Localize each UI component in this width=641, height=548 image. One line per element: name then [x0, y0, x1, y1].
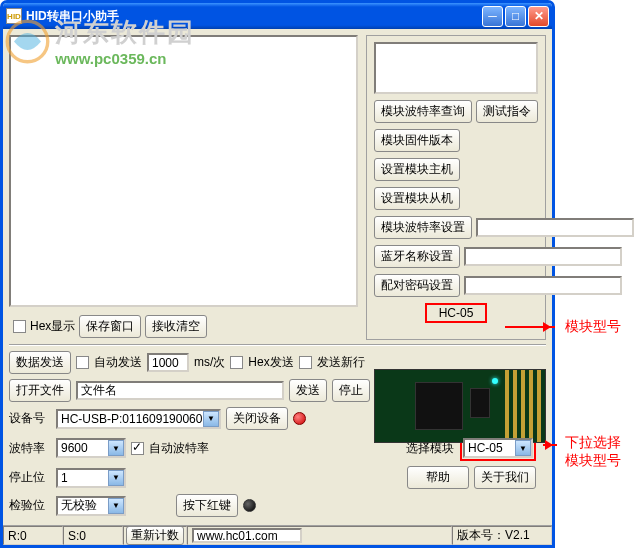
receive-textarea[interactable]: [9, 35, 358, 307]
send-newline-label: 发送新行: [317, 354, 365, 371]
chevron-down-icon: ▼: [108, 470, 124, 486]
interval-input[interactable]: [147, 353, 189, 372]
send-newline-checkbox[interactable]: [299, 356, 312, 369]
minimize-button[interactable]: ─: [482, 6, 503, 27]
baud-set-input[interactable]: [476, 218, 634, 237]
test-cmd-button[interactable]: 测试指令: [476, 100, 538, 123]
baud-combo[interactable]: 9600 ▼: [56, 438, 126, 458]
auto-baud-checkbox[interactable]: [131, 442, 144, 455]
baud-combo-value: 9600: [61, 441, 88, 455]
maximize-button[interactable]: □: [505, 6, 526, 27]
annotation-dropdown-label1: 下拉选择: [565, 434, 621, 452]
module-response-area[interactable]: [374, 42, 538, 94]
check-combo[interactable]: 无校验 ▼: [56, 496, 126, 516]
auto-send-label: 自动发送: [94, 354, 142, 371]
stop-button[interactable]: 停止: [332, 379, 370, 402]
device-led-icon: [293, 412, 306, 425]
chevron-down-icon: ▼: [515, 440, 531, 456]
chevron-down-icon: ▼: [203, 411, 219, 427]
check-label: 检验位: [9, 497, 51, 514]
reset-count-button[interactable]: 重新计数: [126, 526, 184, 545]
set-master-button[interactable]: 设置模块主机: [374, 158, 460, 181]
hex-show-label: Hex显示: [30, 318, 75, 335]
pair-pwd-input[interactable]: [464, 276, 622, 295]
about-button[interactable]: 关于我们: [474, 466, 536, 489]
stopbit-label: 停止位: [9, 469, 51, 486]
statusbar: R:0 S:0 重新计数 版本号：V2.1: [3, 525, 552, 545]
hex-send-label: Hex发送: [248, 354, 293, 371]
auto-send-checkbox[interactable]: [76, 356, 89, 369]
help-button[interactable]: 帮助: [407, 466, 469, 489]
window-title: HID转串口小助手: [26, 8, 482, 25]
status-s: S:0: [63, 526, 123, 545]
bt-name-input[interactable]: [464, 247, 622, 266]
stopbit-combo[interactable]: 1 ▼: [56, 468, 126, 488]
close-device-button[interactable]: 关闭设备: [226, 407, 288, 430]
status-url-input[interactable]: [192, 528, 302, 543]
red-key-button[interactable]: 按下红键: [176, 494, 238, 517]
interval-unit-label: ms/次: [194, 354, 225, 371]
close-button[interactable]: ✕: [528, 6, 549, 27]
auto-baud-label: 自动波特率: [149, 440, 209, 457]
select-module-combo[interactable]: HC-05 ▼: [463, 438, 533, 458]
check-combo-value: 无校验: [61, 497, 97, 514]
red-key-led-icon: [243, 499, 256, 512]
rx-clear-button[interactable]: 接收清空: [145, 315, 207, 338]
chevron-down-icon: ▼: [108, 498, 124, 514]
send-button[interactable]: 发送: [289, 379, 327, 402]
hex-send-checkbox[interactable]: [230, 356, 243, 369]
baud-set-button[interactable]: 模块波特率设置: [374, 216, 472, 239]
app-icon: HID: [6, 8, 22, 24]
data-send-button[interactable]: 数据发送: [9, 351, 71, 374]
select-module-value: HC-05: [468, 441, 503, 455]
annotation-model-label: 模块型号: [565, 318, 621, 336]
baud-query-button[interactable]: 模块波特率查询: [374, 100, 472, 123]
pair-pwd-button[interactable]: 配对密码设置: [374, 274, 460, 297]
status-r: R:0: [3, 526, 63, 545]
annotation-dropdown-label2: 模块型号: [565, 452, 621, 470]
divider: [9, 344, 546, 345]
save-window-button[interactable]: 保存窗口: [79, 315, 141, 338]
annotation-arrow-2: [543, 444, 557, 446]
device-combo-value: HC-USB-P:011609190060: [61, 412, 202, 426]
titlebar[interactable]: HID HID转串口小助手 ─ □ ✕: [3, 3, 552, 29]
bt-name-button[interactable]: 蓝牙名称设置: [374, 245, 460, 268]
chevron-down-icon: ▼: [108, 440, 124, 456]
module-control-panel: 模块波特率查询 测试指令 模块固件版本 设置模块主机 设置模块从机 模块波特率设…: [366, 35, 546, 340]
hex-show-checkbox[interactable]: [13, 320, 26, 333]
module-image: [374, 369, 546, 443]
module-badge: HC-05: [425, 303, 488, 323]
annotation-arrow-1: [505, 326, 555, 328]
stopbit-combo-value: 1: [61, 471, 68, 485]
set-slave-button[interactable]: 设置模块从机: [374, 187, 460, 210]
main-window: HID HID转串口小助手 ─ □ ✕ Hex显示 保存窗口 接收清空 模块: [0, 0, 555, 548]
baud-label: 波特率: [9, 440, 51, 457]
firmware-button[interactable]: 模块固件版本: [374, 129, 460, 152]
open-file-button[interactable]: 打开文件: [9, 379, 71, 402]
dev-no-label: 设备号: [9, 410, 51, 427]
device-combo[interactable]: HC-USB-P:011609190060 ▼: [56, 409, 221, 429]
status-version: 版本号：V2.1: [452, 526, 552, 545]
filename-input[interactable]: [76, 381, 284, 400]
